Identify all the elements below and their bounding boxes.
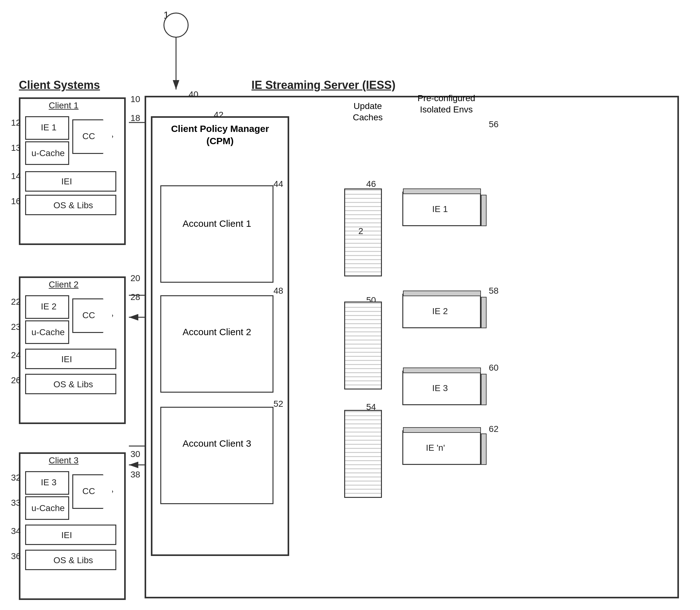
label-48: 48: [274, 286, 283, 296]
preconfigured-heading: Pre-configuredIsolated Envs: [402, 93, 491, 116]
ucache-c2-label: u-Cache: [31, 327, 65, 337]
iei-c1-label: IEI: [61, 177, 72, 187]
label-16: 16: [11, 196, 21, 206]
ie2-c2-label: IE 2: [41, 302, 57, 311]
client2-title: Client 2: [49, 279, 79, 290]
iei-c3-label: IEI: [61, 530, 72, 540]
account-client-1-box: [160, 185, 274, 283]
label-14: 14: [11, 171, 21, 181]
ie3-iess-label: IE 3: [432, 383, 448, 393]
account-client-1-label: Account Client 1: [173, 218, 261, 229]
os-c2-label: OS & Libs: [53, 380, 93, 389]
label-62: 62: [489, 424, 499, 434]
client1-title: Client 1: [49, 100, 79, 111]
cc-c1-label: CC: [82, 131, 95, 141]
account-client-3-label: Account Client 3: [173, 438, 261, 449]
label-38: 38: [130, 470, 140, 480]
ucache-c1-label: u-Cache: [31, 148, 65, 158]
label-18: 18: [130, 113, 140, 123]
label-52: 52: [274, 399, 283, 409]
update-cache-50: [344, 302, 382, 389]
update-caches-heading: UpdateCaches: [343, 100, 393, 124]
label-56: 56: [489, 119, 499, 129]
label-10: 10: [130, 94, 140, 104]
cpm-title: Client Policy Manager (CPM): [160, 123, 280, 147]
label-2-cache46: 2: [358, 226, 363, 236]
diagram: 1 Client Systems IE Streaming Server (IE…: [0, 0, 700, 610]
label-32: 32: [11, 473, 21, 483]
label-58: 58: [489, 286, 499, 296]
label-44: 44: [274, 179, 283, 189]
label-20: 20: [130, 273, 140, 283]
client3-title: Client 3: [49, 455, 79, 466]
iess-heading: IE Streaming Server (IESS): [251, 79, 395, 92]
iei-c2-label: IEI: [61, 354, 72, 364]
label-23: 23: [11, 322, 21, 332]
ien-iess-label: IE 'n': [426, 443, 445, 453]
cc-c2-label: CC: [82, 310, 95, 320]
ie1-iess-label: IE 1: [432, 204, 448, 214]
ucache-c3-label: u-Cache: [31, 503, 65, 513]
account-client-2-label: Account Client 2: [173, 327, 261, 337]
update-cache-54: [344, 410, 382, 498]
label-30: 30: [130, 449, 140, 459]
label-28: 28: [130, 292, 140, 302]
label-34: 34: [11, 526, 21, 536]
os-c1-label: OS & Libs: [53, 200, 93, 210]
ie1-c1-label: IE 1: [41, 123, 57, 132]
label-33: 33: [11, 498, 21, 508]
label-26: 26: [11, 375, 21, 385]
os-c3-label: OS & Libs: [53, 555, 93, 565]
client-systems-heading: Client Systems: [19, 79, 100, 92]
label-13: 13: [11, 143, 21, 153]
label-36: 36: [11, 551, 21, 561]
label-60: 60: [489, 363, 499, 373]
ie2-iess-label: IE 2: [432, 306, 448, 316]
account-client-3-box: [160, 407, 274, 504]
cc-c3-label: CC: [82, 486, 95, 496]
label-24: 24: [11, 350, 21, 360]
ie3-c3-label: IE 3: [41, 478, 57, 487]
label-46: 46: [366, 179, 376, 189]
actor-circle: [164, 13, 189, 38]
account-client-2-box: [160, 295, 274, 392]
label-22: 22: [11, 297, 21, 307]
label-12: 12: [11, 118, 21, 128]
